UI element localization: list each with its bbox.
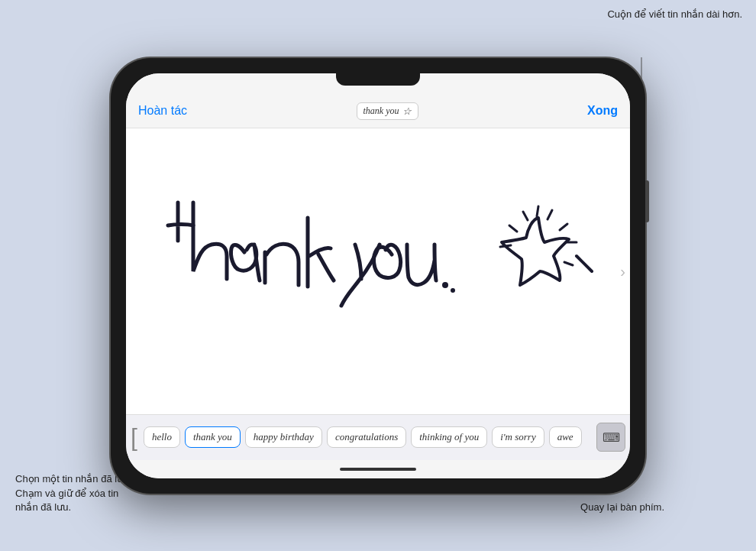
bottom-bar (126, 460, 630, 478)
svg-point-4 (451, 288, 455, 293)
preset-congratulations[interactable]: congratulations (327, 426, 406, 448)
hoan-tac-button[interactable]: Hoàn tác (138, 104, 187, 118)
svg-line-7 (523, 212, 528, 220)
preset-thank-you[interactable]: thank you (185, 426, 241, 448)
preset-hello[interactable]: hello (144, 426, 180, 448)
svg-line-5 (537, 206, 538, 216)
preset-happy-birthday[interactable]: happy birthday (245, 426, 322, 448)
handwriting-header: Hoàn tác thank you ☆ Xong (126, 95, 630, 128)
svg-line-6 (548, 210, 552, 219)
home-indicator (340, 468, 416, 471)
preview-badge: thank you ☆ (357, 102, 418, 120)
callout-keyboard: Quay lại bàn phím. (580, 501, 664, 514)
preview-star-icon: ☆ (402, 105, 412, 117)
keyboard-icon: ⌨ (603, 430, 620, 445)
phone-screen: Hoàn tác thank you ☆ Xong (126, 73, 630, 478)
status-bar (126, 73, 630, 95)
svg-point-3 (442, 282, 448, 288)
callout-presets: Chọn một tin nhắn đã lưu. Chạm và giữ để… (15, 472, 131, 514)
bracket-icon: [ (131, 425, 137, 449)
presets-bar: [ hello thank you happy birthday congrat… (126, 414, 630, 460)
svg-line-12 (500, 245, 511, 247)
xong-button[interactable]: Xong (587, 104, 618, 118)
scene: Cuộn để viết tin nhắn dài hơn. Chọn một … (0, 0, 756, 551)
preset-awe[interactable]: awe (549, 426, 582, 448)
chevron-right-icon[interactable]: › (620, 262, 625, 280)
phone-frame: Hoàn tác thank you ☆ Xong (111, 58, 645, 494)
svg-line-11 (509, 225, 517, 232)
drawing-area[interactable]: › (126, 128, 630, 414)
keyboard-button[interactable]: ⌨ (596, 423, 625, 452)
callout-scroll: Cuộn để viết tin nhắn dài hơn. (607, 8, 742, 21)
svg-line-8 (560, 224, 567, 230)
svg-line-10 (564, 262, 573, 265)
preview-text: thank you (363, 105, 399, 117)
handwriting-canvas[interactable] (126, 128, 630, 414)
notch (336, 73, 420, 86)
preset-im-sorry[interactable]: i'm sorry (492, 426, 544, 448)
preset-thinking-of-you[interactable]: thinking of you (411, 426, 487, 448)
